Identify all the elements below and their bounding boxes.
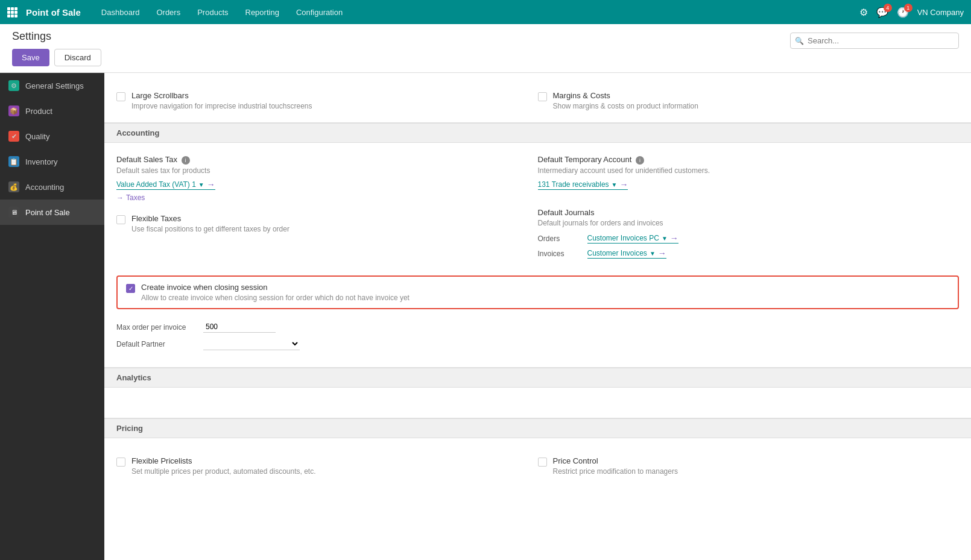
- page-title: Settings: [12, 30, 51, 43]
- default-sales-tax-info-icon[interactable]: i: [182, 156, 190, 165]
- main-layout: ⚙ General Settings 📦 Product ✔ Quality 📋…: [0, 73, 971, 560]
- price-control-desc: Restrict price modification to managers: [553, 467, 947, 476]
- gear-icon[interactable]: ⚙: [859, 7, 868, 18]
- create-invoice-desc: Allow to create invoice when closing ses…: [141, 294, 949, 302]
- temp-account-arrow[interactable]: →: [619, 180, 628, 189]
- sidebar-label-product: Product: [25, 107, 52, 116]
- sidebar-item-accounting[interactable]: 💰 Accounting: [0, 174, 104, 200]
- default-temp-account-block: Default Temporary Account i Intermediary…: [538, 155, 960, 202]
- orders-journal-dropdown[interactable]: Customer Invoices PC ▼ →: [587, 233, 678, 244]
- top-settings-grid: Large Scrollbars Improve navigation for …: [104, 73, 971, 122]
- orders-journal-row: Orders Customer Invoices PC ▼ →: [538, 233, 960, 244]
- large-scrollbars-item: Large Scrollbars Improve navigation for …: [116, 85, 538, 116]
- default-journals-desc: Default journals for orders and invoices: [538, 219, 960, 227]
- flexible-pricelists-checkbox[interactable]: [116, 458, 125, 467]
- invoices-journal-arrow[interactable]: →: [658, 248, 666, 258]
- margins-costs-desc: Show margins & costs on product informat…: [553, 102, 947, 110]
- orders-journal-label: Orders: [538, 234, 580, 243]
- quality-icon: ✔: [8, 131, 19, 142]
- create-invoice-box: ✓ Create invoice when closing session Al…: [116, 275, 959, 309]
- main-content: Large Scrollbars Improve navigation for …: [104, 73, 971, 560]
- default-sales-tax-label: Default Sales Tax i: [116, 155, 538, 165]
- max-order-label: Max order per invoice: [116, 323, 195, 332]
- sidebar: ⚙ General Settings 📦 Product ✔ Quality 📋…: [0, 73, 104, 560]
- pricing-settings-grid: Flexible Pricelists Set multiple prices …: [104, 438, 971, 494]
- sidebar-item-quality[interactable]: ✔ Quality: [0, 124, 104, 149]
- top-navigation: Point of Sale Dashboard Orders Products …: [0, 0, 971, 24]
- sales-tax-arrow[interactable]: →: [207, 180, 215, 189]
- taxes-link[interactable]: → Taxes: [116, 193, 538, 202]
- clock-badge: 1: [904, 4, 912, 12]
- invoices-journal-label: Invoices: [538, 250, 580, 258]
- temp-account-dropdown[interactable]: 131 Trade receivables ▼ →: [538, 180, 628, 190]
- orders-journal-arrow[interactable]: →: [670, 233, 678, 243]
- sidebar-item-pos[interactable]: 🖥 Point of Sale: [0, 200, 104, 225]
- price-control-label: Price Control: [553, 456, 947, 465]
- clock-icon-wrap[interactable]: 🕐 1: [897, 7, 909, 18]
- nav-dashboard[interactable]: Dashboard: [93, 0, 148, 24]
- search-icon: 🔍: [795, 37, 804, 45]
- default-temp-account-label: Default Temporary Account i: [538, 155, 960, 165]
- sales-tax-caret: ▼: [198, 181, 204, 188]
- flexible-pricelists-item: Flexible Pricelists Set multiple prices …: [116, 450, 538, 482]
- sidebar-item-inventory[interactable]: 📋 Inventory: [0, 149, 104, 174]
- topnav-right: ⚙ 💬 4 🕐 1 VN Company: [859, 7, 964, 18]
- search-input[interactable]: [790, 33, 959, 49]
- create-invoice-label: Create invoice when closing session: [141, 283, 949, 292]
- flexible-pricelists-desc: Set multiple prices per product, automat…: [131, 467, 526, 476]
- analytics-content: [104, 388, 971, 418]
- accounting-section-header: Accounting: [104, 123, 971, 143]
- product-icon: 📦: [8, 105, 19, 116]
- analytics-section-header: Analytics: [104, 368, 971, 388]
- save-button[interactable]: Save: [12, 49, 49, 66]
- sidebar-label-quality: Quality: [25, 132, 49, 141]
- margins-costs-item: Margins & Costs Show margins & costs on …: [538, 85, 960, 116]
- invoice-extra-settings: Max order per invoice Default Partner: [104, 315, 971, 367]
- nav-reporting[interactable]: Reporting: [237, 0, 288, 24]
- orders-journal-caret: ▼: [662, 235, 668, 242]
- large-scrollbars-label: Large Scrollbars: [131, 91, 526, 100]
- sidebar-label-pos: Point of Sale: [25, 208, 70, 217]
- max-order-input[interactable]: [203, 321, 276, 333]
- accounting-content: Default Sales Tax i Default sales tax fo…: [104, 143, 971, 367]
- sidebar-item-product[interactable]: 📦 Product: [0, 98, 104, 124]
- flexible-pricelists-label: Flexible Pricelists: [131, 456, 526, 465]
- default-temp-account-desc: Intermediary account used for unidentifi…: [538, 166, 960, 175]
- sales-tax-dropdown[interactable]: Value Added Tax (VAT) 1 ▼ →: [116, 180, 215, 190]
- nav-orders[interactable]: Orders: [148, 0, 189, 24]
- company-name: VN Company: [917, 8, 964, 17]
- margins-costs-label: Margins & Costs: [553, 91, 947, 100]
- max-order-row: Max order per invoice: [116, 321, 959, 333]
- create-invoice-checkbox[interactable]: ✓: [126, 284, 135, 293]
- temp-account-caret: ▼: [612, 181, 618, 188]
- invoices-journal-caret: ▼: [650, 250, 656, 257]
- flexible-taxes-checkbox[interactable]: [116, 215, 125, 224]
- margins-costs-checkbox[interactable]: [538, 92, 547, 101]
- nav-products[interactable]: Products: [189, 0, 236, 24]
- flexible-taxes-desc: Use fiscal positions to get different ta…: [131, 225, 526, 233]
- default-sales-tax-block: Default Sales Tax i Default sales tax fo…: [116, 155, 538, 202]
- large-scrollbars-checkbox[interactable]: [116, 92, 125, 101]
- taxes-arrow-icon: →: [116, 193, 124, 202]
- discard-button[interactable]: Discard: [54, 49, 101, 66]
- default-sales-tax-desc: Default sales tax for products: [116, 166, 538, 175]
- flexible-taxes-label: Flexible Taxes: [131, 214, 526, 223]
- default-partner-row: Default Partner: [116, 338, 959, 350]
- invoices-journal-row: Invoices Customer Invoices ▼ →: [538, 248, 960, 259]
- price-control-checkbox[interactable]: [538, 458, 547, 467]
- nav-configuration[interactable]: Configuration: [288, 0, 351, 24]
- app-grid-icon[interactable]: [7, 7, 17, 17]
- default-partner-label: Default Partner: [116, 340, 195, 348]
- default-journals-block: Default Journals Default journals for or…: [538, 208, 960, 263]
- default-journals-label: Default Journals: [538, 208, 960, 217]
- sidebar-item-general[interactable]: ⚙ General Settings: [0, 73, 104, 98]
- invoices-journal-dropdown[interactable]: Customer Invoices ▼ →: [587, 248, 666, 259]
- default-partner-select[interactable]: [203, 338, 300, 350]
- chat-badge: 4: [884, 4, 892, 12]
- price-control-item: Price Control Restrict price modificatio…: [538, 450, 960, 482]
- sidebar-label-general: General Settings: [25, 81, 84, 90]
- pricing-section-header: Pricing: [104, 418, 971, 438]
- action-bar: Save Discard: [12, 49, 959, 72]
- default-temp-account-info-icon[interactable]: i: [636, 156, 644, 165]
- chat-icon-wrap[interactable]: 💬 4: [876, 7, 888, 18]
